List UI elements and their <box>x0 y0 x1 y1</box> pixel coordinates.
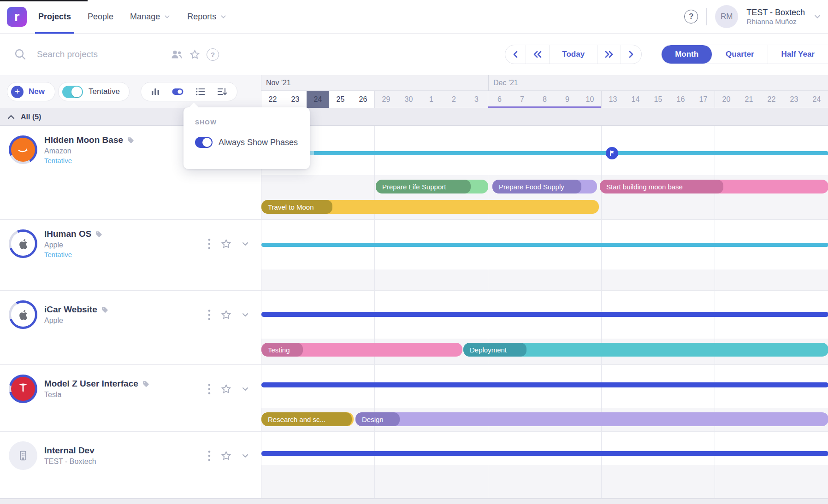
project-name[interactable]: iCar Website <box>44 305 108 315</box>
timeline-week: 2223242526 <box>261 91 375 108</box>
phase-label-chip: Testing <box>261 343 303 357</box>
date-cell: 10 <box>579 91 601 108</box>
nav-item-projects[interactable]: Projects <box>38 0 71 34</box>
plus-icon: + <box>11 86 24 98</box>
search-help-icon[interactable]: ? <box>207 48 219 61</box>
fast-prev-button[interactable] <box>526 45 550 64</box>
project-status-tentative: Tentative <box>44 251 102 258</box>
tab-quarter[interactable]: Quarter <box>712 45 768 64</box>
new-project-button[interactable]: + New <box>7 82 55 101</box>
chevron-down-icon[interactable] <box>242 452 249 459</box>
date-cell: 7 <box>511 91 533 108</box>
project-info: iHuman OSAppleTentative <box>44 229 102 258</box>
group-header-all[interactable]: All (5) <box>0 108 828 126</box>
date-cell: 29 <box>375 91 397 108</box>
project-bar[interactable] <box>261 451 828 456</box>
project-bar[interactable] <box>261 312 828 317</box>
phase-bar[interactable]: Prepare Life Support <box>376 180 488 193</box>
account-chevron-down-icon[interactable] <box>813 12 822 21</box>
project-info: iCar WebsiteApple <box>44 305 108 325</box>
search-area: ? <box>14 48 219 61</box>
fast-next-button[interactable] <box>597 45 621 64</box>
project-timeline: Prepare Life SupportPrepare Food SupplyS… <box>261 126 828 219</box>
kebab-menu-icon[interactable] <box>208 238 211 250</box>
search-input[interactable] <box>37 49 160 59</box>
phase-bar[interactable]: Deployment <box>463 343 828 357</box>
project-client: Apple <box>44 241 102 249</box>
prev-button[interactable] <box>505 45 526 64</box>
tag-icon <box>127 137 134 144</box>
star-filter-icon[interactable] <box>189 49 201 60</box>
help-icon[interactable]: ? <box>684 10 698 23</box>
project-timeline <box>261 220 828 290</box>
people-filter-icon[interactable] <box>171 49 183 59</box>
account-labels[interactable]: TEST - Boxtech Rhianna Muñoz <box>746 7 805 26</box>
project-row-head: Model Z User InterfaceTesla <box>0 365 261 413</box>
timeline-month-label: Dec '21 <box>488 75 828 91</box>
tab-half-year[interactable]: Half Year <box>768 45 828 64</box>
group-header-label: All (5) <box>21 113 41 121</box>
phase-label-chip: Design <box>355 412 400 426</box>
phase-bar[interactable]: Design <box>355 412 828 426</box>
kebab-menu-icon[interactable] <box>208 309 211 321</box>
phase-label-chip: Start building moon base <box>600 180 723 193</box>
sort-icon[interactable] <box>217 87 228 96</box>
toolbar-band: + New Tentative Nov '21Dec '21 222324252… <box>0 75 828 108</box>
phase-label-chip: Research and sc... <box>261 412 352 426</box>
project-bar[interactable] <box>308 151 828 155</box>
project-bar[interactable] <box>261 382 828 387</box>
nav-item-people[interactable]: People <box>88 0 113 34</box>
date-cell: 9 <box>556 91 579 108</box>
project-bar[interactable] <box>261 243 828 247</box>
list-view-icon[interactable] <box>195 88 206 96</box>
phase-bar[interactable]: Travel to Moon <box>261 200 599 214</box>
chevron-down-icon[interactable] <box>242 311 249 318</box>
project-name[interactable]: iHuman OS <box>44 229 102 239</box>
project-client: Apple <box>44 316 108 325</box>
star-icon[interactable] <box>220 238 232 250</box>
star-icon[interactable] <box>220 450 232 462</box>
new-button-label: New <box>29 87 45 96</box>
nav-item-manage[interactable]: Manage <box>130 0 171 34</box>
tentative-toggle[interactable] <box>62 86 83 98</box>
project-name[interactable]: Hidden Moon Base <box>44 135 134 145</box>
project-row-head: Internal DevTEST - Boxtech <box>0 432 261 480</box>
project-avatar <box>9 135 37 164</box>
kebab-menu-icon[interactable] <box>208 450 211 462</box>
phases-toggle-icon[interactable] <box>172 88 184 96</box>
project-row-actions <box>208 450 249 462</box>
chevron-down-icon[interactable] <box>242 385 249 393</box>
chevron-down-icon <box>164 13 171 20</box>
always-show-phases-label: Always Show Phases <box>219 138 298 147</box>
project-status-tentative: Tentative <box>44 157 134 164</box>
tab-month[interactable]: Month <box>662 45 712 64</box>
phase-bar[interactable]: Testing <box>261 343 462 357</box>
kebab-menu-icon[interactable] <box>208 383 211 395</box>
tag-icon <box>95 231 102 238</box>
user-avatar[interactable]: RM <box>715 5 738 28</box>
star-icon[interactable] <box>220 309 232 321</box>
phase-bar[interactable]: Research and sc... <box>261 412 354 426</box>
project-row: Model Z User InterfaceTeslaResearch and … <box>0 365 828 432</box>
next-group-peek <box>0 498 828 504</box>
phase-bar[interactable]: Start building moon base <box>600 180 828 193</box>
phase-label-chip: Deployment <box>463 343 526 357</box>
project-name[interactable]: Model Z User Interface <box>44 379 149 389</box>
always-show-phases-toggle[interactable] <box>195 137 213 148</box>
app-logo[interactable]: r <box>7 7 27 27</box>
project-name[interactable]: Internal Dev <box>44 445 96 456</box>
phase-bar[interactable]: Prepare Food Supply <box>492 180 597 193</box>
milestone-flag[interactable] <box>606 147 618 159</box>
project-row: Hidden Moon BaseAmazonTentativePrepare L… <box>0 126 828 220</box>
tentative-filter: Tentative <box>58 82 130 101</box>
nav-item-reports[interactable]: Reports <box>187 0 227 34</box>
star-icon[interactable] <box>220 383 232 395</box>
next-button[interactable] <box>621 45 641 64</box>
nav-item-label: Reports <box>187 12 216 22</box>
today-button[interactable]: Today <box>550 45 597 64</box>
search-icon <box>14 48 27 61</box>
charts-icon[interactable] <box>150 87 160 96</box>
chevron-down-icon[interactable] <box>242 240 249 247</box>
date-cell: 3 <box>465 91 488 108</box>
tesla-logo-icon <box>11 377 35 401</box>
